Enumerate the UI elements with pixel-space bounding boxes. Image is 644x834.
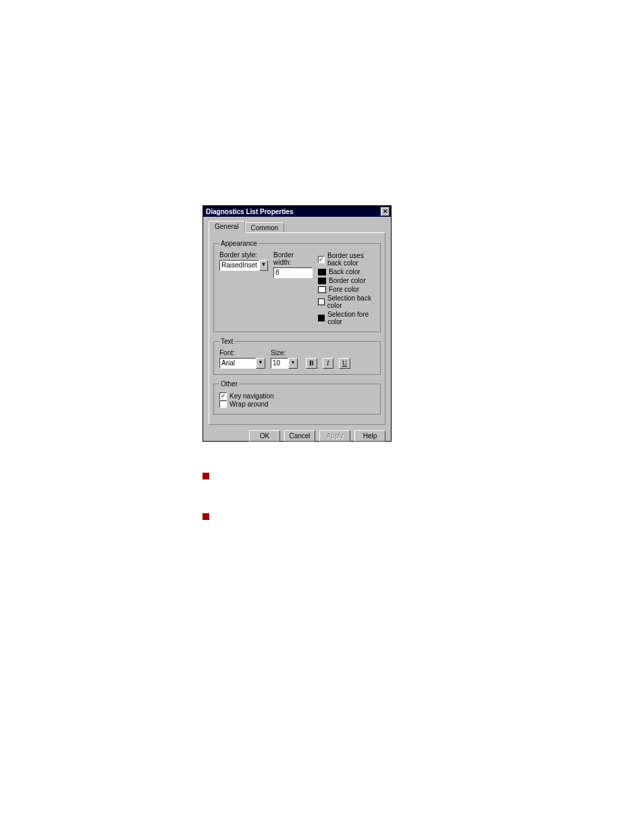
underline-button[interactable]: U (339, 358, 350, 369)
back-color-swatch (318, 269, 326, 276)
fore-color-swatch (318, 286, 326, 293)
border-style-label: Border style: (219, 251, 268, 259)
border-width-label: Border width: (273, 251, 313, 266)
back-color-label: Back color (329, 268, 360, 276)
ok-button[interactable]: OK (249, 430, 280, 442)
apply-button[interactable]: Apply (319, 430, 350, 442)
tab-general[interactable]: General (209, 221, 245, 233)
selection-fore-color-label: Selection fore color (327, 311, 375, 325)
selection-fore-color-row[interactable]: Selection fore color (318, 311, 375, 325)
group-text-legend: Text (219, 338, 234, 345)
group-other: Other ✓ Key navigation Wrap around (213, 380, 381, 415)
chevron-down-icon[interactable]: ▼ (256, 358, 265, 369)
wrap-around-checkbox[interactable]: Wrap around (219, 400, 375, 408)
border-color-swatch (318, 278, 326, 284)
size-label: Size: (271, 349, 300, 357)
selection-back-color-row[interactable]: Selection back color (318, 294, 375, 309)
checkbox-icon (219, 400, 227, 408)
font-combo[interactable]: Arial ▼ (219, 358, 265, 369)
window-title: Diagnostics List Properties (206, 208, 293, 215)
fore-color-row[interactable]: Fore color (318, 286, 375, 293)
checkbox-icon: ✓ (219, 392, 227, 400)
italic-button[interactable]: I (323, 358, 333, 369)
group-other-legend: Other (219, 380, 239, 388)
selection-fore-color-swatch (318, 315, 325, 321)
bold-button[interactable]: B (306, 358, 317, 369)
group-appearance-legend: Appearance (219, 240, 259, 247)
page-bullet (203, 473, 209, 479)
border-width-input[interactable]: 8 (273, 267, 313, 278)
chevron-down-icon[interactable]: ▾ (288, 358, 298, 369)
page-bullet (203, 513, 209, 520)
group-appearance: Appearance Border style: RaisedInset ▼ B… (213, 240, 381, 332)
font-value: Arial (219, 358, 256, 369)
fore-color-label: Fore color (329, 286, 359, 293)
border-style-combo[interactable]: RaisedInset ▼ (219, 260, 268, 271)
group-text: Text Font: Arial ▼ Size: 10 (213, 338, 381, 375)
titlebar[interactable]: Diagnostics List Properties ✕ (203, 206, 391, 217)
selection-back-color-label: Selection back color (327, 294, 375, 309)
wrap-around-label: Wrap around (230, 400, 269, 408)
diagnostics-list-properties-dialog: Diagnostics List Properties ✕ General Co… (203, 205, 392, 442)
border-color-label: Border color (329, 277, 365, 284)
key-navigation-checkbox[interactable]: ✓ Key navigation (219, 392, 375, 400)
back-color-row[interactable]: Back color (318, 268, 375, 276)
tab-panel-general: Appearance Border style: RaisedInset ▼ B… (209, 232, 385, 425)
border-style-value: RaisedInset (219, 260, 259, 271)
font-label: Font: (219, 349, 265, 357)
tab-common[interactable]: Common (245, 222, 285, 233)
border-uses-back-color-checkbox[interactable]: ✓ Border uses back color (318, 252, 375, 267)
border-color-row[interactable]: Border color (318, 277, 375, 284)
size-value: 10 (271, 358, 288, 369)
selection-back-color-swatch (318, 298, 325, 305)
help-button[interactable]: Help (354, 430, 385, 442)
cancel-button[interactable]: Cancel (284, 430, 315, 442)
close-icon[interactable]: ✕ (381, 207, 390, 216)
chevron-down-icon[interactable]: ▼ (259, 260, 268, 271)
checkbox-icon: ✓ (318, 256, 325, 263)
border-uses-back-color-label: Border uses back color (327, 252, 375, 267)
key-navigation-label: Key navigation (230, 392, 274, 400)
size-spinner[interactable]: 10 ▾ (271, 358, 300, 369)
